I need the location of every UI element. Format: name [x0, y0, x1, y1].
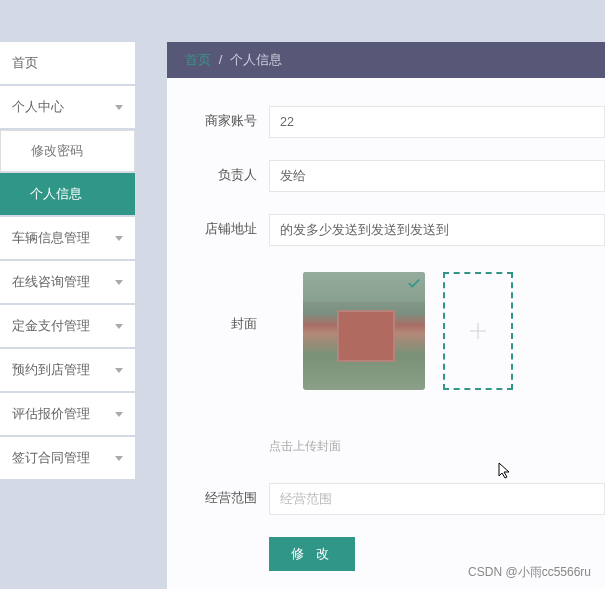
sidebar-item-change-password[interactable]: 修改密码	[0, 130, 135, 172]
chevron-down-icon	[115, 368, 123, 373]
sidebar-item-online-consult[interactable]: 在线咨询管理	[0, 261, 135, 303]
submit-button[interactable]: 修 改	[269, 537, 355, 571]
breadcrumb: 首页 / 个人信息	[167, 42, 605, 78]
breadcrumb-separator: /	[219, 52, 223, 67]
sidebar-item-label: 评估报价管理	[12, 393, 90, 435]
upload-hint: 点击上传封面	[167, 438, 605, 455]
chevron-down-icon	[115, 280, 123, 285]
breadcrumb-current: 个人信息	[230, 52, 282, 67]
sidebar-item-home[interactable]: 首页	[0, 42, 135, 84]
breadcrumb-home[interactable]: 首页	[185, 52, 211, 67]
sidebar-item-personal-info[interactable]: 个人信息	[0, 173, 135, 215]
sidebar-item-personal-center[interactable]: 个人中心	[0, 86, 135, 128]
scope-input[interactable]	[269, 483, 605, 515]
sidebar-item-label: 个人中心	[12, 86, 64, 128]
account-label: 商家账号	[167, 106, 257, 130]
chevron-down-icon	[115, 105, 123, 110]
chevron-down-icon	[115, 324, 123, 329]
chevron-down-icon	[115, 236, 123, 241]
cover-label: 封面	[167, 268, 257, 333]
sidebar-item-label: 首页	[12, 42, 38, 84]
manager-input[interactable]	[269, 160, 605, 192]
scope-label: 经营范围	[167, 483, 257, 507]
sidebar-item-label: 车辆信息管理	[12, 217, 90, 259]
account-input[interactable]	[269, 106, 605, 138]
check-icon	[407, 276, 421, 290]
sidebar-item-appointment[interactable]: 预约到店管理	[0, 349, 135, 391]
sidebar-item-vehicle-management[interactable]: 车辆信息管理	[0, 217, 135, 259]
sidebar-item-evaluation-quote[interactable]: 评估报价管理	[0, 393, 135, 435]
manager-label: 负责人	[167, 160, 257, 184]
watermark-text: CSDN @小雨cc5566ru	[468, 564, 591, 581]
chevron-down-icon	[115, 456, 123, 461]
address-label: 店铺地址	[167, 214, 257, 238]
cover-thumbnail[interactable]	[303, 272, 425, 390]
sidebar-item-label: 个人信息	[30, 173, 82, 215]
sidebar-item-label: 签订合同管理	[12, 437, 90, 479]
sidebar-item-label: 在线咨询管理	[12, 261, 90, 303]
plus-icon	[467, 320, 489, 342]
sidebar-item-label: 定金支付管理	[12, 305, 90, 347]
sidebar-item-deposit-payment[interactable]: 定金支付管理	[0, 305, 135, 347]
upload-cover-button[interactable]	[443, 272, 513, 390]
sidebar-item-label: 预约到店管理	[12, 349, 90, 391]
address-input[interactable]	[269, 214, 605, 246]
sidebar-item-contract-signing[interactable]: 签订合同管理	[0, 437, 135, 479]
sidebar-item-label: 修改密码	[31, 130, 83, 172]
chevron-down-icon	[115, 412, 123, 417]
